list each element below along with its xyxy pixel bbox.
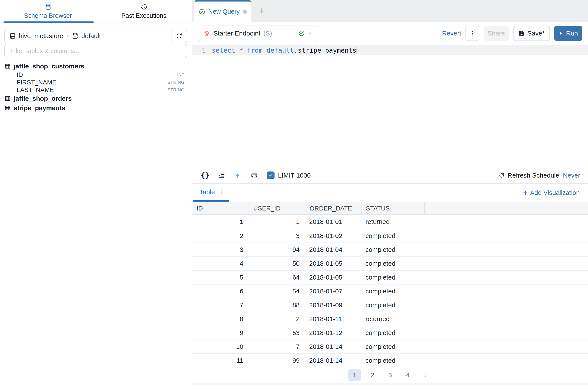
schema-column-item[interactable]: FIRST_NAMESTRING <box>4 79 185 86</box>
cell-user-id: 99 <box>249 354 305 367</box>
main-panel: New Query + Starter Endpoint (S) Revert … <box>192 0 588 385</box>
save-button[interactable]: Save* <box>513 26 550 41</box>
schema-table-list: jaffle_shop_customersIDINTFIRST_NAMESTRI… <box>0 58 192 113</box>
next-page-button[interactable] <box>419 369 432 381</box>
cell-id: 11 <box>192 354 249 367</box>
limit-checkbox[interactable] <box>267 171 274 179</box>
table-row: 9532018-01-12completed <box>192 326 588 340</box>
cell-id: 2 <box>192 229 249 242</box>
bottom-strip <box>192 383 588 385</box>
breadcrumb-catalog[interactable]: hive_metastore <box>19 32 63 40</box>
new-tab-button[interactable]: + <box>251 0 273 22</box>
table-row: 6542018-01-07completed <box>192 284 588 298</box>
tab-table-results[interactable]: Table <box>193 184 229 202</box>
refresh-schedule-value[interactable]: Never <box>563 172 580 179</box>
page-button-4[interactable]: 4 <box>402 369 414 381</box>
filter-input[interactable] <box>5 44 187 58</box>
cell-user-id: 94 <box>249 243 305 256</box>
query-header: Starter Endpoint (S) Revert Share Save* … <box>192 22 588 45</box>
editor-toolbar: {} LIMIT 1000 Refresh Schedule Never <box>192 167 588 184</box>
cell-user-id: 1 <box>249 215 305 229</box>
cell-filler <box>424 312 588 326</box>
cell-id: 9 <box>192 326 249 340</box>
share-button[interactable]: Share <box>484 26 509 41</box>
chevron-right-icon <box>423 372 428 378</box>
line-number: 1 <box>192 46 206 54</box>
column-header-user_id: USER_ID <box>249 202 305 214</box>
sql-editor[interactable]: 1 select * from default.stripe_payments <box>192 45 588 167</box>
cell-filler <box>424 215 588 229</box>
breadcrumb-schema[interactable]: default <box>81 32 101 40</box>
cell-order-date: 2018-01-11 <box>305 312 361 326</box>
limit-label: LIMIT 1000 <box>278 172 311 179</box>
query-menu-button[interactable] <box>465 26 479 41</box>
revert-button[interactable]: Revert <box>442 30 461 37</box>
catalog-icon <box>9 32 16 39</box>
table-tab-menu-icon[interactable] <box>219 190 224 194</box>
column-header-order_date: ORDER_DATE <box>305 202 361 214</box>
tab-past-executions[interactable]: Past Executions <box>96 0 192 22</box>
refresh-schedule-icon <box>499 172 505 178</box>
cell-id: 6 <box>192 284 249 298</box>
tab-schema-browser[interactable]: Schema Browser <box>0 0 96 22</box>
results-header-row: IDUSER_IDORDER_DATESTATUS <box>192 202 588 215</box>
cell-order-date: 2018-01-14 <box>305 340 361 353</box>
schema-table-item[interactable]: stripe_payments <box>4 103 185 113</box>
format-braces-icon[interactable]: {} <box>201 171 209 180</box>
cell-id: 3 <box>192 243 249 256</box>
warehouse-select[interactable]: Starter Endpoint (S) <box>198 25 318 41</box>
query-saved-check-icon <box>199 8 205 15</box>
warehouse-connected-icon <box>298 30 305 37</box>
refresh-icon <box>176 32 183 39</box>
column-header-id: ID <box>192 202 249 214</box>
results-tabbar: Table + Add Visualization <box>192 184 588 202</box>
cell-id: 7 <box>192 298 249 312</box>
keyboard-shortcuts-icon[interactable] <box>250 171 258 180</box>
page-button-2[interactable]: 2 <box>366 369 379 381</box>
cell-status: completed <box>361 354 424 367</box>
cell-user-id: 2 <box>249 312 305 326</box>
cell-id: 4 <box>192 257 249 270</box>
sql-code: select * from default.stripe_payments <box>212 46 356 54</box>
cell-filler <box>424 243 588 256</box>
cell-order-date: 2018-01-05 <box>305 257 361 270</box>
breadcrumb[interactable]: hive_metastore › default <box>5 32 171 40</box>
lightning-icon[interactable] <box>234 171 242 180</box>
schema-column-item[interactable]: LAST_NAMESTRING <box>4 86 185 94</box>
cell-filler <box>424 340 588 353</box>
save-floppy-icon <box>518 30 525 37</box>
breadcrumb-separator-icon: › <box>66 33 68 39</box>
tab-new-query[interactable]: New Query <box>194 0 251 22</box>
table-name: jaffle_shop_orders <box>14 95 72 102</box>
run-button-label: Run <box>566 30 578 37</box>
cell-status: returned <box>361 215 424 229</box>
cell-status: completed <box>361 340 424 353</box>
page-button-3[interactable]: 3 <box>384 369 396 381</box>
indent-icon[interactable] <box>217 171 226 180</box>
column-name: LAST_NAME <box>17 86 54 94</box>
page-button-1[interactable]: 1 <box>348 369 361 381</box>
table-row: 3942018-01-04completed <box>192 242 588 256</box>
results-body: 112018-01-01returned232018-01-02complete… <box>192 215 588 367</box>
cell-user-id: 64 <box>249 271 305 284</box>
schema-table-item[interactable]: jaffle_shop_customers <box>4 62 185 71</box>
refresh-schema-button[interactable] <box>171 29 187 43</box>
unsaved-dot-icon <box>243 10 247 14</box>
filter-box <box>4 44 187 58</box>
cell-user-id: 3 <box>249 229 305 242</box>
cell-order-date: 2018-01-14 <box>305 354 361 367</box>
table-grid-icon <box>4 63 11 69</box>
cell-status: returned <box>361 312 424 326</box>
cell-status: completed <box>361 243 424 256</box>
cell-order-date: 2018-01-02 <box>305 229 361 242</box>
plus-icon: + <box>523 189 528 197</box>
sql-active-line[interactable]: 1 select * from default.stripe_payments <box>192 45 588 55</box>
run-button[interactable]: Run <box>554 26 582 41</box>
table-row: 112018-01-01returned <box>192 215 588 229</box>
column-type: INT <box>177 72 185 77</box>
schema-column-item[interactable]: IDINT <box>4 71 185 79</box>
cell-order-date: 2018-01-09 <box>305 298 361 312</box>
cell-filler <box>424 229 588 242</box>
schema-table-item[interactable]: jaffle_shop_orders <box>4 94 185 103</box>
add-visualization-button[interactable]: + Add Visualization <box>523 189 588 197</box>
